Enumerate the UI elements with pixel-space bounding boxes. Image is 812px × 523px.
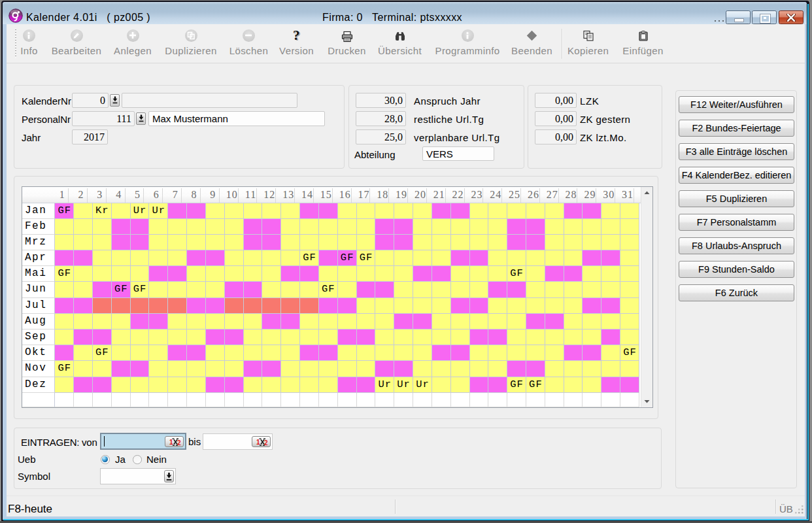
svg-text:1: 1 xyxy=(256,439,260,446)
svg-text:1: 1 xyxy=(169,439,173,446)
